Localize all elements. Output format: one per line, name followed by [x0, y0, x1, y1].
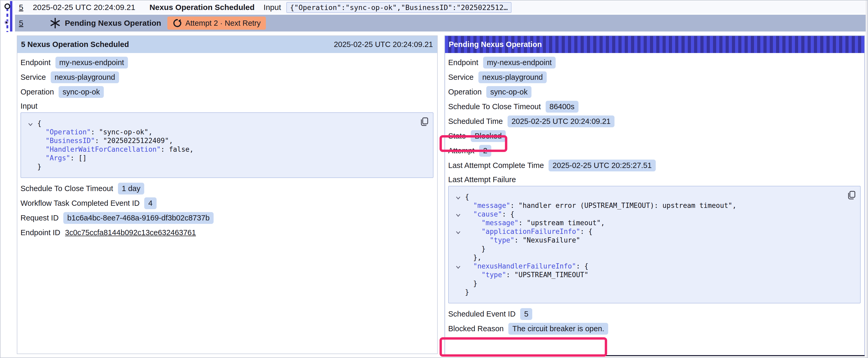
- retry-badge: Attempt 2 · Next Retry: [167, 17, 266, 30]
- nexus-operation-scheduled-card: 5 Nexus Operation Scheduled 2025-02-25 U…: [17, 35, 438, 354]
- code-text: "Args": []: [37, 154, 87, 162]
- field-label: Last Attempt Failure: [448, 175, 516, 184]
- code-text: "nexusHandlerFailureInfo": {: [465, 262, 588, 270]
- field-scheduled-time: Scheduled Time 2025-02-25 UTC 20:24:09.2…: [448, 115, 861, 128]
- pending-row-title: Pending Nexus Operation: [65, 19, 161, 28]
- pending-asterisk-icon: [50, 18, 61, 29]
- field-service: Service nexus-playground: [21, 71, 433, 84]
- field-label: Endpoint: [21, 58, 51, 67]
- field-last-attempt-complete-time: Last Attempt Complete Time 2025-02-25 UT…: [448, 159, 861, 172]
- fold-gutter-spacer: [28, 154, 37, 162]
- field-request-id: Request ID b1c6a4bc-8ee7-468a-9169-df3b0…: [21, 211, 433, 224]
- field-value-badge: 2025-02-25 UTC 20:24:09.21: [507, 116, 615, 127]
- field-value-badge: sync-op-ok: [59, 86, 104, 98]
- code-line: "applicationFailureInfo": {: [456, 227, 853, 236]
- pending-event-id-link[interactable]: 5: [19, 19, 23, 28]
- field-operation: Operation sync-op-ok: [21, 86, 433, 98]
- timeline-dashed-connector: [6, 8, 9, 32]
- code-line: "message": "handler error (UPSTREAM_TIME…: [456, 201, 853, 210]
- timeline-event-circle-icon: [4, 3, 10, 9]
- endpoint-id-link[interactable]: 3c0c75ccfa8144b092c13ce632463761: [65, 228, 196, 237]
- code-text: }: [465, 245, 486, 253]
- last-attempt-failure-json-block: { "message": "handler error (UPSTREAM_TI…: [448, 186, 861, 303]
- code-line: "HandlerWaitForCancellation": false,: [28, 145, 426, 154]
- code-line: "Args": []: [28, 154, 426, 162]
- code-line: "nexusHandlerFailureInfo": {: [456, 262, 853, 270]
- fold-chevron-icon[interactable]: [28, 119, 37, 128]
- field-label: Schedule To Close Timeout: [21, 184, 113, 193]
- scheduled-card-body: Endpoint my-nexus-endpoint Service nexus…: [17, 53, 437, 239]
- code-text: "BusinessID": "20250225122409",: [37, 136, 173, 145]
- code-line: {: [456, 193, 853, 201]
- field-input-label: Input: [21, 101, 433, 111]
- code-line: "cause": {: [456, 210, 853, 219]
- scheduled-card-timestamp: 2025-02-25 UTC 20:24:09.21: [334, 40, 433, 49]
- fold-gutter-spacer: [456, 219, 465, 227]
- event-row-nexus-operation-scheduled[interactable]: 5 2025-02-25 UTC 20:24:09.21 Nexus Opera…: [15, 1, 867, 14]
- field-value-badge: nexus-playground: [51, 71, 119, 83]
- fold-gutter-spacer: [456, 201, 465, 210]
- field-value-badge: 2025-02-25 UTC 20:25:27.51: [549, 160, 655, 171]
- field-label: Input: [21, 102, 37, 110]
- retry-icon: [173, 19, 182, 28]
- field-label: Endpoint ID: [21, 228, 60, 237]
- retry-badge-label: Attempt 2 · Next Retry: [185, 19, 260, 28]
- code-text: "HandlerWaitForCancellation": false,: [37, 145, 194, 154]
- scrollbar-gutter[interactable]: [866, 1, 867, 357]
- fold-chevron-icon[interactable]: [456, 210, 465, 219]
- fold-gutter-spacer: [28, 145, 37, 154]
- field-endpoint-id: Endpoint ID 3c0c75ccfa8144b092c13ce63246…: [21, 226, 433, 239]
- event-id-link[interactable]: 5: [19, 3, 23, 12]
- event-title: Nexus Operation Scheduled: [150, 3, 254, 12]
- field-value-badge: my-nexus-endpoint: [56, 57, 128, 68]
- fold-gutter-spacer: [456, 236, 465, 245]
- input-json-block: { "Operation": "sync-op-ok", "BusinessID…: [21, 112, 433, 178]
- pending-card-title: Pending Nexus Operation: [449, 40, 542, 49]
- copy-icon[interactable]: [419, 117, 429, 127]
- code-line: "type": "NexusFailure": [456, 236, 853, 245]
- field-value-badge: 5: [520, 308, 532, 320]
- field-label: Service: [448, 73, 474, 82]
- scheduled-card-title: 5 Nexus Operation Scheduled: [21, 40, 129, 49]
- event-row-pending-nexus-operation[interactable]: 5 Pending Nexus Operation Attempt 2 · Ne…: [15, 15, 867, 32]
- field-label: Schedule To Close Timeout: [448, 102, 541, 111]
- fold-gutter-spacer: [456, 279, 465, 288]
- fold-gutter-spacer: [28, 128, 37, 136]
- copy-icon[interactable]: [846, 191, 856, 201]
- code-line: }: [28, 162, 426, 171]
- fold-chevron-icon[interactable]: [456, 262, 465, 270]
- code-line: },: [456, 253, 853, 262]
- field-label: Last Attempt Complete Time: [448, 161, 544, 170]
- fold-chevron-icon[interactable]: [456, 227, 465, 236]
- timeline-pending-dot-icon: [4, 21, 8, 24]
- event-input-label: Input: [264, 3, 281, 12]
- pending-nexus-operation-card: Pending Nexus Operation Endpoint my-nexu…: [444, 35, 865, 356]
- field-label: Request ID: [21, 214, 59, 222]
- field-label: Operation: [21, 88, 54, 96]
- field-label: Attempt: [448, 147, 474, 155]
- field-endpoint: Endpoint my-nexus-endpoint: [448, 56, 861, 69]
- field-label: Operation: [448, 88, 482, 96]
- field-label: Blocked Reason: [448, 324, 504, 333]
- code-line: "type": "UPSTREAM_TIMEOUT": [456, 270, 853, 279]
- code-line: "BusinessID": "20250225122409",: [28, 136, 426, 145]
- field-label: Service: [21, 73, 46, 82]
- code-line: }: [456, 245, 853, 253]
- code-text: "type": "NexusFailure": [465, 236, 580, 245]
- fold-chevron-icon[interactable]: [456, 193, 465, 201]
- field-value-badge: 1 day: [118, 183, 145, 194]
- fold-gutter-spacer: [456, 253, 465, 262]
- code-text: "cause": {: [465, 210, 515, 219]
- field-attempt: Attempt 2: [448, 144, 861, 157]
- code-text: },: [465, 253, 482, 262]
- code-text: "Operation": "sync-op-ok",: [37, 128, 152, 136]
- timeline-active-bar: [10, 1, 12, 32]
- field-value-badge: b1c6a4bc-8ee7-468a-9169-df3b02c8737b: [63, 212, 214, 224]
- field-label: Endpoint: [448, 58, 478, 67]
- fold-gutter-spacer: [28, 136, 37, 145]
- code-text: "type": "UPSTREAM_TIMEOUT": [465, 270, 588, 279]
- fold-gutter-spacer: [456, 288, 465, 297]
- code-text: {: [37, 119, 41, 128]
- field-service: Service nexus-playground: [448, 71, 861, 84]
- field-schedule-to-close-timeout: Schedule To Close Timeout 1 day: [21, 182, 433, 195]
